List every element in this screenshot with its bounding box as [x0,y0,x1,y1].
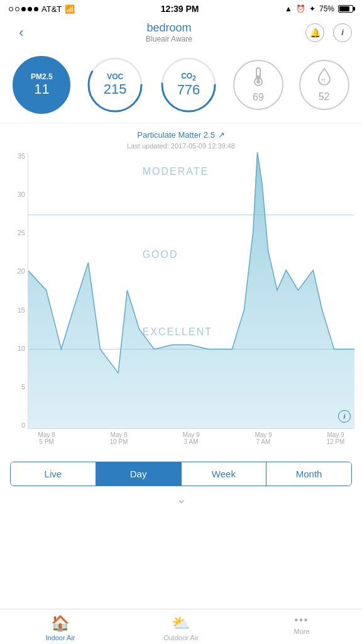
more-icon: ••• [295,614,309,626]
voc-label: VOC [107,72,123,81]
location-icon: ▲ [285,4,292,13]
bluetooth-icon: ✦ [309,4,315,13]
y-label-5: 5 [21,383,25,391]
svg-text:H: H [321,77,326,83]
home-icon: 🏠 [51,614,70,632]
alarm-icon: ⏰ [296,4,305,13]
svg-point-7 [256,80,260,84]
humidity-sensor[interactable]: H 52 [299,60,349,110]
chevron-down-icon: ⌄ [177,493,186,506]
chart-section: Particulate Matter 2.5 ↗ Last updated: 2… [0,123,362,454]
co2-label: CO2 [181,72,196,82]
wifi-icon: 📶 [65,4,75,14]
chart-xaxis: May 8 5 PM May 8 10 PM May 9 3 AM May 9 … [28,429,354,454]
temp-value: 69 [253,92,264,103]
info-icon: i [341,28,344,37]
info-header-button[interactable]: i [333,23,352,42]
nav-more[interactable]: ••• More [241,614,362,641]
dot3 [21,7,26,11]
y-label-20: 20 [18,267,25,275]
dot5 [34,7,38,11]
status-left: AT&T 📶 [9,4,75,14]
chart-container: 35 30 25 20 15 10 5 0 [8,152,354,454]
x-label-1: May 8 10 PM [100,431,138,445]
chart-title-link-icon: ↗ [218,130,225,140]
y-label-0: 0 [21,421,25,429]
chart-updated: Last updated: 2017-05-09 12:39:48 [8,142,354,150]
nav-indoor-air[interactable]: 🏠 Indoor Air [0,614,121,641]
expand-chevron[interactable]: ⌄ [0,490,362,511]
outdoor-air-label: Outdoor Air [163,634,199,641]
humidity-value: 52 [319,91,330,103]
x-label-4: May 9 12 PM [317,431,354,445]
battery-percent: 75% [319,4,334,13]
y-label-25: 25 [18,229,25,236]
excellent-label: EXCELLENT [143,326,212,338]
battery-fill [339,6,350,11]
header-title-block: bedroom Blueair Aware [33,21,305,43]
device-name: bedroom [33,21,305,35]
battery-icon [338,5,353,13]
dot4 [28,7,32,11]
chart-area [28,152,354,428]
pm25-value: 11 [34,81,49,97]
co2-value: 776 [177,82,200,98]
indoor-air-label: Indoor Air [45,634,75,641]
bell-icon: 🔔 [310,28,321,38]
voc-value: 215 [104,81,127,97]
temp-sensor[interactable]: 69 [233,60,283,110]
chart-plot: MODERATE GOOD EXCELLENT [28,152,354,429]
thermometer-icon [251,67,266,91]
bottom-nav: 🏠 Indoor Air ⛅ Outdoor Air ••• More [0,609,362,644]
day-button[interactable]: Day [96,462,182,486]
chart-title: Particulate Matter 2.5 ↗ [8,128,354,141]
month-button[interactable]: Month [266,462,351,486]
time-period-buttons: Live Day Week Month [10,462,352,486]
back-button[interactable]: ‹ [10,25,33,41]
status-time: 12:39 PM [161,4,199,14]
moderate-label: MODERATE [143,166,209,177]
sensor-row: PM2.5 11 VOC 215 CO2 776 69 [0,50,362,123]
carrier-label: AT&T [41,4,62,14]
bell-button[interactable]: 🔔 [305,23,324,42]
y-label-35: 35 [18,152,25,160]
header-icons: 🔔 i [305,23,352,42]
voc-sensor[interactable]: VOC 215 [86,56,144,114]
live-button[interactable]: Live [11,462,96,486]
pm25-sensor[interactable]: PM2.5 11 [13,56,70,114]
pm25-label: PM2.5 [31,72,53,81]
y-label-30: 30 [18,191,25,198]
good-label: GOOD [143,249,178,260]
x-label-3: May 9 7 AM [244,431,282,445]
y-label-15: 15 [18,306,25,314]
more-label: More [293,628,309,635]
week-button[interactable]: Week [182,462,267,486]
humidity-icon: H [317,67,331,90]
chart-y-axis: 35 30 25 20 15 10 5 0 [8,152,28,429]
outdoor-icon: ⛅ [172,614,190,632]
x-label-2: May 9 3 AM [172,431,210,445]
y-label-10: 10 [18,345,25,352]
chart-svg [28,152,354,428]
nav-outdoor-air[interactable]: ⛅ Outdoor Air [121,614,241,641]
status-right: ▲ ⏰ ✦ 75% [285,4,353,13]
status-bar: AT&T 📶 12:39 PM ▲ ⏰ ✦ 75% [0,0,362,18]
chart-info-button[interactable]: i [338,410,351,423]
signal-dots [9,7,38,11]
x-label-0: May 8 5 PM [28,431,65,445]
dot1 [9,7,13,11]
header: ‹ bedroom Blueair Aware 🔔 i [0,18,362,50]
co2-sensor[interactable]: CO2 776 [160,56,217,114]
app-name: Blueair Aware [33,35,305,43]
dot2 [15,7,19,11]
